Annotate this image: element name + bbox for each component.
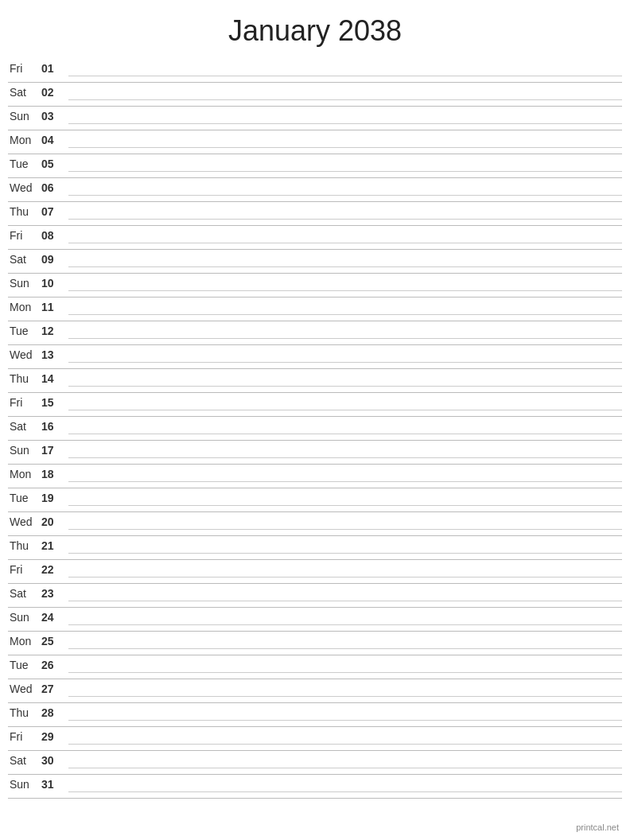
day-name: Wed	[8, 682, 41, 695]
day-number: 17	[41, 444, 64, 457]
day-lines	[64, 659, 622, 673]
day-name: Sun	[8, 110, 41, 122]
day-lines	[64, 754, 622, 768]
day-row: Mon18	[8, 465, 622, 488]
day-number: 04	[41, 134, 64, 146]
day-lines	[64, 158, 622, 172]
page-title: January 2038	[0, 0, 630, 56]
day-row: Thu14	[8, 369, 622, 393]
day-number: 27	[41, 682, 64, 695]
day-number: 05	[41, 158, 64, 170]
day-number: 29	[41, 730, 64, 743]
day-row: Tue19	[8, 488, 622, 512]
day-lines	[64, 181, 622, 196]
day-name: Thu	[8, 205, 41, 218]
day-name: Sat	[8, 253, 41, 266]
day-number: 03	[41, 110, 64, 122]
day-name: Thu	[8, 539, 41, 552]
day-lines	[64, 253, 622, 267]
day-row: Mon11	[8, 298, 622, 321]
day-row: Sat02	[8, 83, 622, 107]
day-lines	[64, 62, 622, 76]
day-number: 14	[41, 372, 64, 385]
day-lines	[64, 682, 622, 697]
day-number: 15	[41, 396, 64, 409]
day-name: Sun	[8, 444, 41, 457]
day-name: Wed	[8, 181, 41, 194]
day-number: 31	[41, 778, 64, 791]
day-lines	[64, 515, 622, 530]
day-name: Wed	[8, 515, 41, 528]
day-number: 12	[41, 325, 64, 337]
day-lines	[64, 420, 622, 434]
day-name: Tue	[8, 659, 41, 671]
day-lines	[64, 229, 622, 243]
day-name: Tue	[8, 492, 41, 504]
day-lines	[64, 778, 622, 792]
day-row: Tue26	[8, 655, 622, 679]
day-lines	[64, 396, 622, 410]
day-lines	[64, 205, 622, 220]
day-row: Wed06	[8, 178, 622, 202]
day-row: Sun17	[8, 441, 622, 465]
day-lines	[64, 110, 622, 124]
day-number: 21	[41, 539, 64, 552]
day-number: 22	[41, 563, 64, 576]
day-number: 26	[41, 659, 64, 671]
day-lines	[64, 301, 622, 315]
day-lines	[64, 539, 622, 554]
day-lines	[64, 86, 622, 100]
day-name: Thu	[8, 372, 41, 385]
day-lines	[64, 587, 622, 601]
day-lines	[64, 444, 622, 458]
day-number: 24	[41, 611, 64, 624]
day-row: Sat30	[8, 751, 622, 775]
day-lines	[64, 492, 622, 506]
day-name: Sat	[8, 420, 41, 433]
day-number: 25	[41, 635, 64, 648]
day-lines	[64, 372, 622, 387]
day-row: Tue12	[8, 321, 622, 345]
day-number: 10	[41, 277, 64, 290]
day-name: Sun	[8, 611, 41, 624]
day-lines	[64, 134, 622, 148]
day-row: Thu28	[8, 703, 622, 727]
day-name: Sat	[8, 754, 41, 767]
day-name: Fri	[8, 396, 41, 409]
day-name: Wed	[8, 348, 41, 361]
day-lines	[64, 277, 622, 291]
day-name: Thu	[8, 706, 41, 719]
day-name: Fri	[8, 229, 41, 242]
day-row: Sun10	[8, 274, 622, 298]
day-lines	[64, 468, 622, 482]
day-name: Mon	[8, 134, 41, 146]
day-row: Wed13	[8, 345, 622, 369]
day-lines	[64, 348, 622, 363]
day-name: Mon	[8, 635, 41, 648]
day-name: Fri	[8, 730, 41, 743]
day-name: Fri	[8, 62, 41, 75]
day-row: Fri08	[8, 226, 622, 250]
day-number: 08	[41, 229, 64, 242]
day-lines	[64, 706, 622, 721]
day-number: 20	[41, 515, 64, 528]
day-lines	[64, 611, 622, 625]
footer-text: printcal.net	[576, 822, 619, 832]
day-row: Thu21	[8, 536, 622, 560]
day-row: Sat16	[8, 417, 622, 441]
day-row: Thu07	[8, 202, 622, 226]
day-number: 07	[41, 205, 64, 218]
day-row: Sun03	[8, 107, 622, 130]
day-row: Sat09	[8, 250, 622, 274]
day-number: 06	[41, 181, 64, 194]
day-name: Sun	[8, 277, 41, 290]
day-row: Mon04	[8, 130, 622, 154]
day-lines	[64, 730, 622, 745]
day-number: 18	[41, 468, 64, 480]
calendar-container: Fri01Sat02Sun03Mon04Tue05Wed06Thu07Fri08…	[0, 59, 630, 799]
day-number: 19	[41, 492, 64, 504]
day-name: Tue	[8, 325, 41, 337]
day-row: Tue05	[8, 154, 622, 178]
day-row: Fri15	[8, 393, 622, 417]
day-number: 16	[41, 420, 64, 433]
